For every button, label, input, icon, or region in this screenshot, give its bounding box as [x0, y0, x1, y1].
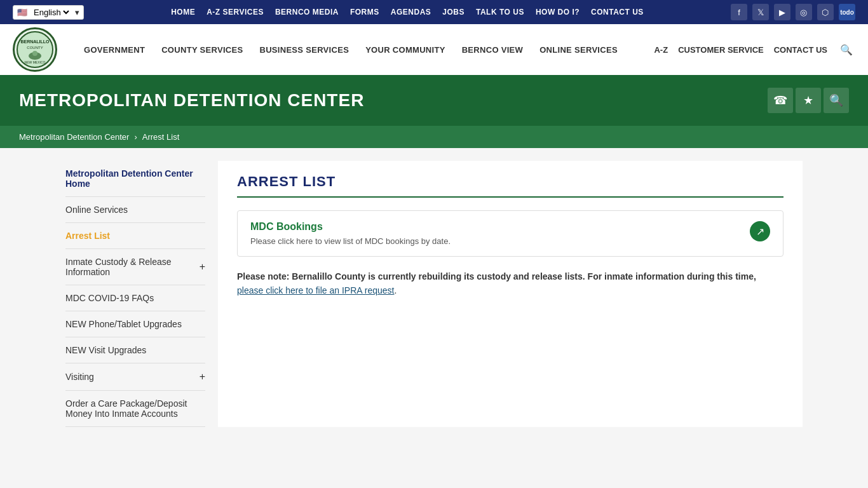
chevron-down-icon: ▾ [75, 8, 79, 17]
nav-bernco-media[interactable]: BERNCO MEDIA [275, 8, 339, 17]
sidebar-link-visit-upgrades[interactable]: NEW Visit Upgrades [65, 345, 205, 355]
content-wrapper: Metropolitan Detention Center Home Onlin… [53, 161, 815, 427]
sidebar-item-inmate-custody[interactable]: Inmate Custody & Release Information + [65, 249, 205, 285]
breadcrumb-current: Arrest List [142, 132, 180, 142]
search-icon[interactable]: 🔍 [837, 41, 855, 58]
sidebar-link-arrest-list[interactable]: Arrest List [65, 231, 205, 241]
flickr-icon[interactable]: ⬡ [817, 4, 834, 20]
svg-text:BERNALILLO: BERNALILLO [20, 39, 50, 44]
nav-your-community[interactable]: YOUR COMMUNITY [358, 40, 453, 60]
youtube-icon[interactable]: ▶ [774, 4, 790, 20]
utility-nav: HOME A-Z SERVICES BERNCO MEDIA FORMS AGE… [171, 8, 644, 17]
utility-bar: 🇺🇸 English ▾ HOME A-Z SERVICES BERNCO ME… [0, 0, 868, 24]
notice-bold-text: Please note: Bernalillo County is curren… [237, 271, 756, 281]
nav-customer-service[interactable]: CUSTOMER SERVICE [678, 45, 764, 55]
mdc-bookings-card[interactable]: MDC Bookings Please click here to view l… [237, 210, 783, 257]
svg-point-4 [32, 51, 37, 56]
section-title: ARREST LIST [237, 173, 783, 198]
social-icons-group: f 𝕏 ▶ ◎ ⬡ todo [731, 4, 855, 20]
sidebar-link-mdc-home[interactable]: Metropolitan Detention Center Home [65, 168, 205, 189]
breadcrumb: Metropolitan Detention Center › Arrest L… [0, 126, 868, 148]
language-selector[interactable]: 🇺🇸 English ▾ [13, 5, 84, 20]
phone-icon[interactable]: ☎ [768, 88, 793, 113]
svg-text:NEW MEXICO: NEW MEXICO [25, 60, 46, 64]
nav-how-do-i[interactable]: HOW DO I? [536, 8, 580, 17]
county-logo: BERNALILLO COUNTY NEW MEXICO [13, 27, 57, 72]
page-banner: METROPOLITAN DETENTION CENTER ☎ ★ 🔍 [0, 75, 868, 126]
star-icon[interactable]: ★ [796, 88, 821, 113]
nav-contact-us[interactable]: CONTACT US [591, 8, 644, 17]
sidebar-link-covid-faqs[interactable]: MDC COVID-19 FAQs [65, 293, 205, 303]
logo-area: BERNALILLO COUNTY NEW MEXICO [13, 27, 57, 72]
nav-contact-us-main[interactable]: CONTACT US [774, 45, 827, 55]
bookings-card-title: MDC Bookings [250, 221, 451, 233]
page-title: METROPOLITAN DETENTION CENTER [19, 90, 364, 111]
sidebar-item-phone-tablet[interactable]: NEW Phone/Tablet Upgrades [65, 311, 205, 337]
twitter-icon[interactable]: 𝕏 [752, 4, 769, 20]
bookings-card-content: MDC Bookings Please click here to view l… [250, 221, 451, 246]
nav-talk-to-us[interactable]: TALK TO US [476, 8, 524, 17]
bookings-external-link-icon[interactable]: ↗ [750, 221, 770, 241]
nav-right-links: A-Z CUSTOMER SERVICE CONTACT US 🔍 [654, 41, 855, 58]
sidebar-link-phone-tablet[interactable]: NEW Phone/Tablet Upgrades [65, 319, 205, 329]
svg-text:COUNTY: COUNTY [27, 46, 43, 50]
flag-icon: 🇺🇸 [17, 8, 27, 17]
breadcrumb-parent[interactable]: Metropolitan Detention Center [19, 132, 129, 142]
primary-nav-links: GOVERNMENT COUNTY SERVICES BUSINESS SERV… [76, 40, 654, 60]
nav-county-services[interactable]: COUNTY SERVICES [154, 40, 250, 60]
nav-forms[interactable]: FORMS [350, 8, 379, 17]
notice-text: Please note: Bernalillo County is curren… [237, 269, 783, 298]
expand-icon: + [200, 261, 205, 273]
sidebar-item-visiting[interactable]: Visiting + [65, 363, 205, 391]
banner-icons-group: ☎ ★ 🔍 [768, 88, 849, 113]
facebook-icon[interactable]: f [731, 4, 747, 20]
sidebar-item-covid-faqs[interactable]: MDC COVID-19 FAQs [65, 285, 205, 311]
nav-bernco-view[interactable]: BERNCO VIEW [454, 40, 531, 60]
sidebar-item-arrest-list[interactable]: Arrest List [65, 223, 205, 249]
nav-az-services[interactable]: A-Z SERVICES [207, 8, 264, 17]
breadcrumb-separator: › [134, 132, 137, 142]
language-dropdown[interactable]: English [31, 7, 71, 18]
nav-home[interactable]: HOME [171, 8, 195, 17]
main-content: ARREST LIST MDC Bookings Please click he… [218, 161, 803, 427]
nav-business-services[interactable]: BUSINESS SERVICES [252, 40, 356, 60]
sidebar-item-online-services[interactable]: Online Services [65, 197, 205, 223]
bookings-card-description: Please click here to view list of MDC bo… [250, 236, 451, 246]
sidebar-link-visiting[interactable]: Visiting + [65, 371, 205, 383]
nav-online-services[interactable]: ONLINE SERVICES [532, 40, 625, 60]
nav-az[interactable]: A-Z [654, 45, 668, 55]
nav-agendas[interactable]: AGENDAS [391, 8, 431, 17]
sidebar: Metropolitan Detention Center Home Onlin… [65, 161, 205, 427]
nav-government[interactable]: GOVERNMENT [76, 40, 153, 60]
instagram-icon[interactable]: ◎ [796, 4, 812, 20]
sidebar-item-mdc-home[interactable]: Metropolitan Detention Center Home [65, 161, 205, 197]
sidebar-link-inmate-custody[interactable]: Inmate Custody & Release Information + [65, 257, 205, 277]
sidebar-item-care-package[interactable]: Order a Care Package/Deposit Money Into … [65, 391, 205, 427]
nav-jobs[interactable]: JOBS [442, 8, 465, 17]
sidebar-link-care-package[interactable]: Order a Care Package/Deposit Money Into … [65, 398, 205, 419]
sidebar-item-visit-upgrades[interactable]: NEW Visit Upgrades [65, 337, 205, 363]
expand-visiting-icon: + [200, 371, 205, 383]
sidebar-link-online-services[interactable]: Online Services [65, 205, 205, 215]
ipra-request-link[interactable]: please click here to file an IPRA reques… [237, 285, 394, 295]
search-banner-icon[interactable]: 🔍 [824, 88, 849, 113]
todo-icon[interactable]: todo [839, 4, 855, 20]
notice-end: . [394, 285, 397, 295]
main-navigation: BERNALILLO COUNTY NEW MEXICO GOVERNMENT … [0, 24, 868, 75]
